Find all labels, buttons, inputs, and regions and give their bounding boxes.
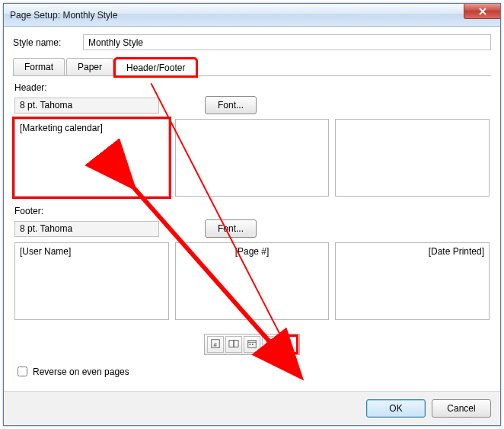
close-button[interactable] (464, 4, 500, 19)
reverse-even-pages-label: Reverse on even pages (33, 367, 129, 377)
header-font-display: 8 pt. Tahoma (14, 98, 159, 114)
tab-paper[interactable]: Paper (66, 58, 113, 75)
reverse-pages-row: Reverse on even pages (14, 364, 490, 379)
tab-header-footer[interactable]: Header/Footer (115, 59, 196, 76)
insert-time-button[interactable] (262, 336, 279, 353)
tab-panel-header-footer: Header: 8 pt. Tahoma Font... Footer: 8 p… (13, 76, 491, 383)
insert-toolbar-row: # (14, 334, 490, 355)
svg-line-10 (270, 344, 273, 344)
insert-user-button[interactable] (280, 336, 297, 353)
ok-button[interactable]: OK (366, 399, 426, 418)
header-section-label: Header: (14, 82, 490, 93)
titlebar: Page Setup: Monthly Style (4, 4, 500, 27)
svg-rect-2 (229, 340, 234, 347)
style-name-label: Style name: (13, 37, 83, 48)
date-icon (247, 338, 257, 351)
svg-rect-7 (252, 344, 254, 345)
dialog-button-bar: OK Cancel (4, 391, 500, 425)
header-font-row: 8 pt. Tahoma Font... (14, 96, 490, 114)
svg-text:#: # (213, 341, 217, 347)
svg-rect-6 (250, 344, 251, 345)
footer-right-input[interactable] (335, 242, 490, 320)
svg-point-11 (286, 339, 290, 343)
footer-center-input[interactable] (175, 242, 330, 320)
page-setup-dialog: Page Setup: Monthly Style Style name: Fo… (3, 3, 501, 426)
insert-total-pages-button[interactable] (225, 336, 242, 353)
footer-boxes (14, 242, 490, 320)
style-name-input[interactable] (83, 34, 491, 50)
insert-page-number-button[interactable]: # (207, 336, 224, 353)
page-number-icon: # (210, 338, 221, 351)
header-boxes (14, 119, 490, 197)
footer-section-label: Footer: (14, 206, 490, 216)
style-name-row: Style name: (13, 34, 491, 50)
tab-format[interactable]: Format (13, 58, 65, 75)
time-icon (265, 338, 276, 351)
header-center-input[interactable] (175, 119, 330, 197)
footer-font-display: 8 pt. Tahoma (14, 221, 159, 237)
dialog-content: Style name: Format Paper Header/Footer H… (4, 27, 500, 391)
user-icon (283, 338, 294, 351)
titlebar-buttons (464, 4, 500, 19)
header-font-button[interactable]: Font... (205, 96, 257, 114)
header-left-input[interactable] (14, 119, 169, 197)
header-right-input[interactable] (335, 119, 490, 197)
total-pages-icon (228, 338, 239, 351)
reverse-even-pages-checkbox[interactable] (18, 367, 27, 376)
window-title: Page Setup: Monthly Style (10, 10, 117, 21)
cancel-button[interactable]: Cancel (432, 399, 491, 418)
insert-toolbar: # (204, 334, 300, 355)
insert-date-button[interactable] (244, 336, 260, 353)
footer-font-row: 8 pt. Tahoma Font... (14, 219, 490, 238)
svg-rect-3 (234, 340, 238, 347)
tab-bar: Format Paper Header/Footer (13, 58, 491, 76)
footer-left-input[interactable] (14, 242, 169, 320)
footer-font-button[interactable]: Font... (205, 219, 257, 238)
